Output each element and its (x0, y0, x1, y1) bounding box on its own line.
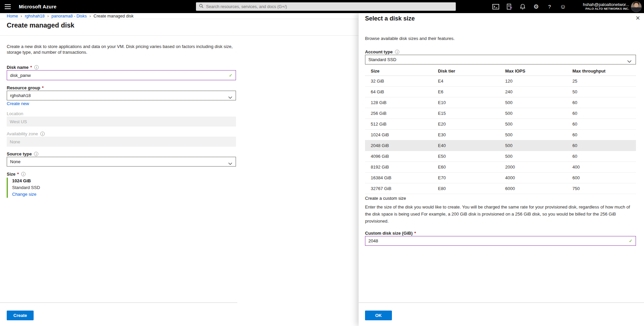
global-search[interactable] (196, 2, 456, 11)
page-title: Create managed disk (7, 21, 74, 29)
disk-name-input[interactable] (7, 73, 229, 78)
column-header-size: Size (365, 67, 432, 76)
disk-name-field (7, 70, 236, 80)
account-type-select[interactable]: Standard SSD (365, 55, 636, 64)
custom-disk-size-input[interactable] (365, 238, 629, 243)
custom-size-heading: Create a custom size (365, 196, 406, 201)
account-email: hshah@paloaltonetwor... (583, 2, 629, 7)
table-row[interactable]: 16384 GiBE704000600 (365, 172, 636, 183)
required-asterisk (42, 85, 44, 90)
cloud-shell-icon[interactable] (491, 0, 500, 13)
feedback-smiley-icon[interactable]: ☺ (559, 0, 567, 13)
directory-filter-icon[interactable] (505, 0, 514, 13)
table-row[interactable]: 512 GiBE2050060 (365, 119, 636, 129)
custom-disk-size-field (365, 236, 636, 246)
settings-gear-icon[interactable]: ⚙ (532, 0, 540, 13)
resource-group-label: Resource group (7, 85, 44, 90)
table-row[interactable]: 32 GiBE412025 (365, 76, 636, 86)
availability-zone-value: None (10, 139, 20, 144)
info-icon[interactable] (40, 132, 45, 136)
avatar[interactable] (631, 2, 641, 12)
location-field: West US (7, 117, 236, 127)
table-row[interactable]: 8192 GiBE602000400 (365, 161, 636, 172)
required-asterisk (30, 65, 32, 70)
size-summary: 1024 GiB Standard SSD Change size (7, 178, 40, 198)
info-icon[interactable] (395, 50, 399, 54)
location-label: Location (7, 111, 23, 116)
account-type-value: Standard SSD (368, 57, 396, 62)
panel-title: Select a disk size (365, 15, 415, 22)
required-asterisk (17, 172, 19, 177)
create-new-link[interactable]: Create new (7, 101, 29, 106)
panel-subtitle: Browse available disk sizes and their fe… (365, 36, 455, 41)
hamburger-menu-icon[interactable] (0, 0, 15, 13)
title-divider (0, 35, 358, 36)
create-button[interactable]: Create (7, 311, 34, 320)
disk-size-table: Size Disk tier Max IOPS Max throughput 3… (365, 67, 636, 194)
notifications-bell-icon[interactable] (518, 0, 527, 13)
source-type-value: None (10, 159, 21, 164)
column-header-disk-tier: Disk tier (432, 67, 499, 76)
resource-group-select[interactable]: rghshah18 (7, 91, 236, 100)
page-intro: Create a new disk to store applications … (7, 44, 245, 55)
breadcrumb-separator-icon (89, 13, 91, 18)
custom-disk-size-label: Custom disk size (GiB) (365, 231, 416, 236)
close-icon[interactable] (636, 14, 640, 22)
select-disk-size-panel: Select a disk size Browse available disk… (359, 13, 644, 326)
table-row[interactable]: 64 GiBE624050 (365, 86, 636, 97)
table-row[interactable]: 4096 GiBE5050060 (365, 151, 636, 161)
top-bar: Microsoft Azure ⚙ ? ☺ hshah@paloaltonetw… (0, 0, 644, 13)
table-row[interactable]: 256 GiBE1550060 (365, 108, 636, 119)
location-value: West US (10, 119, 27, 124)
breadcrumb-rghshah18[interactable]: rghshah18 (25, 14, 45, 18)
resource-group-value: rghshah18 (10, 93, 31, 98)
chevron-down-icon (228, 161, 232, 166)
account-type-label: Account type (365, 49, 399, 54)
table-row[interactable]: 32767 GiBE806000750 (365, 183, 636, 194)
info-icon[interactable] (34, 152, 38, 156)
footer-divider (0, 302, 237, 303)
chevron-down-icon (627, 59, 632, 64)
breadcrumb: Home rghshah18 panorama8 - Disks Create … (0, 13, 358, 19)
breadcrumb-panorama8-disks[interactable]: panorama8 - Disks (51, 14, 87, 18)
ok-button[interactable]: OK (365, 311, 392, 320)
info-icon[interactable] (21, 172, 26, 176)
table-header-row: Size Disk tier Max IOPS Max throughput (365, 67, 636, 76)
breadcrumb-separator-icon (47, 13, 49, 18)
valid-checkmark-icon (229, 73, 233, 78)
table-row[interactable]: 1024 GiBE3050060 (365, 129, 636, 140)
azure-brand[interactable]: Microsoft Azure (19, 4, 56, 9)
size-value: 1024 GiB (12, 178, 40, 184)
column-header-max-throughput: Max throughput (567, 67, 636, 76)
breadcrumb-current: Create managed disk (93, 14, 133, 18)
disk-name-label: Disk name (7, 65, 39, 70)
account-org: PALO ALTO NETWORKS INC. (586, 7, 629, 11)
table-row[interactable]: 128 GiBE1050060 (365, 97, 636, 108)
info-icon[interactable] (34, 65, 39, 69)
account-menu[interactable]: hshah@paloaltonetwor... PALO ALTO NETWOR… (583, 0, 629, 13)
panel-footer-divider (359, 302, 644, 303)
help-icon[interactable]: ? (545, 0, 554, 13)
breadcrumb-home[interactable]: Home (7, 14, 18, 18)
availability-zone-label: Availability zone (7, 131, 45, 136)
source-type-label: Source type (7, 151, 38, 156)
valid-checkmark-icon (629, 238, 633, 243)
required-asterisk (414, 231, 416, 236)
availability-zone-field: None (7, 137, 236, 147)
change-size-link[interactable]: Change size (12, 191, 40, 198)
size-label: Size (7, 172, 26, 177)
search-icon (199, 4, 204, 10)
breadcrumb-separator-icon (21, 13, 22, 18)
chevron-down-icon (228, 95, 232, 100)
table-row-selected[interactable]: 2048 GiBE4050060 (365, 140, 636, 151)
custom-size-description: Enter the size of the disk you would lik… (365, 203, 637, 225)
topbar-icons: ⚙ ? ☺ (491, 0, 567, 13)
column-header-max-iops: Max IOPS (499, 67, 567, 76)
size-sku: Standard SSD (12, 184, 40, 191)
source-type-select[interactable]: None (7, 157, 236, 167)
search-input[interactable] (206, 4, 456, 9)
